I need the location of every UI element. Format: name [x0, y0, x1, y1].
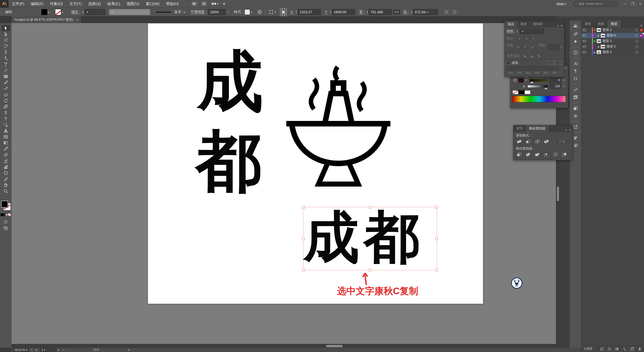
expand-arrow-icon[interactable]: ▼ — [593, 40, 596, 42]
minus-front-button[interactable] — [525, 139, 532, 144]
artwork-char-bottom[interactable]: 都 — [196, 128, 262, 194]
recolor-artwork-icon[interactable] — [257, 10, 262, 15]
graphic-style-swatch[interactable] — [245, 9, 250, 15]
tab-gradient[interactable]: 渐变 — [517, 21, 530, 27]
type-tool[interactable] — [2, 61, 10, 67]
lasso-tool[interactable] — [2, 43, 10, 49]
black-swatch[interactable] — [518, 90, 525, 94]
yellow-slider[interactable] — [530, 79, 548, 82]
zoom-tool[interactable] — [2, 188, 10, 194]
yellow-value[interactable]: 0 — [549, 78, 561, 83]
trim-button[interactable] — [525, 152, 532, 157]
layer-thumbnail-hotpot[interactable] — [596, 50, 601, 54]
height-label[interactable]: 高 : — [403, 10, 409, 14]
curvature-tool[interactable] — [2, 55, 10, 61]
fill-color-swatch[interactable] — [41, 9, 47, 15]
paintbrush-tool[interactable] — [2, 79, 10, 85]
fill-stroke-indicator[interactable] — [1, 201, 11, 210]
target-circle[interactable] — [635, 29, 638, 31]
layer-row-selected[interactable]: ▶ 成都 图层 6 — [581, 33, 644, 38]
expand-arrow-icon[interactable]: ▶ — [597, 46, 600, 48]
document-tab[interactable]: huoguo.ai @ 66.67% (CMYK/GPU 预览) × — [12, 16, 81, 23]
pen-tool[interactable] — [2, 49, 10, 55]
pathfinder-panel-icon[interactable] — [571, 105, 580, 112]
visibility-toggle[interactable] — [581, 34, 588, 37]
collapse-panel-icon[interactable]: » — [557, 24, 559, 27]
status-expand-icon[interactable]: ▶ — [128, 348, 130, 351]
selection-indicator[interactable] — [640, 51, 643, 54]
locate-object-icon[interactable] — [608, 347, 612, 351]
layer-name[interactable]: 图层 3 — [603, 39, 635, 43]
exclude-button[interactable] — [543, 139, 550, 144]
horizontal-scroll-thumb[interactable] — [326, 345, 343, 347]
tab-layers[interactable]: 图层 — [608, 20, 621, 27]
play-action-icon[interactable] — [571, 38, 580, 45]
collect-for-export-icon[interactable] — [600, 347, 604, 351]
lock-toggle[interactable] — [588, 38, 592, 44]
menu-view[interactable]: 视图(V) — [124, 0, 143, 8]
direct-selection-tool[interactable] — [2, 31, 10, 37]
layer-thumbnail[interactable]: 成都 — [600, 33, 605, 38]
perspective-grid-tool[interactable] — [2, 128, 10, 134]
x-stepper[interactable]: ▴▾ — [296, 10, 297, 14]
layer-row[interactable]: ▼ 成都 图层 2 — [581, 27, 644, 33]
handle-top-right[interactable] — [435, 206, 438, 209]
last-artboard-icon[interactable]: ⏭ — [62, 348, 64, 351]
status-back-icon[interactable]: ‹ — [133, 348, 133, 351]
share-icon[interactable]: ➤ — [221, 1, 227, 7]
opacity-field[interactable]: 100% — [208, 9, 226, 15]
selection-indicator[interactable] — [640, 34, 643, 37]
dock-grip[interactable] — [573, 47, 579, 47]
visibility-toggle[interactable] — [581, 46, 588, 48]
lock-toggle[interactable] — [588, 27, 592, 33]
info-panel-icon[interactable] — [571, 49, 580, 56]
dock-grip[interactable] — [573, 132, 579, 133]
stroke-dropdown-icon[interactable] — [61, 10, 63, 14]
workspace-dropdown[interactable]: Web — [553, 0, 570, 8]
crop-button[interactable] — [543, 152, 550, 157]
transform-icon[interactable] — [444, 10, 449, 15]
paragraph-panel-icon[interactable]: ¶ — [571, 67, 580, 75]
new-sublayer-icon[interactable] — [623, 347, 627, 351]
handle-bottom-right[interactable] — [435, 269, 438, 271]
menu-select[interactable]: 选择(S) — [85, 0, 104, 8]
canvas[interactable]: 成 都 成都 — [12, 23, 556, 344]
touch-select-tool[interactable] — [2, 122, 10, 128]
color-fill-proxy[interactable] — [518, 78, 524, 82]
hotpot-icon[interactable] — [284, 60, 392, 190]
swatches-panel-icon[interactable] — [571, 23, 580, 30]
new-layer-icon[interactable] — [630, 347, 634, 351]
delete-layer-icon[interactable] — [638, 347, 642, 351]
zoom-level-dropdown[interactable]: 66.67% — [13, 348, 29, 352]
panel-menu-icon[interactable]: ≡ — [561, 24, 562, 27]
layer-thumbnail[interactable]: 成都 — [600, 45, 605, 49]
outline-button[interactable] — [552, 152, 559, 157]
black-slider[interactable] — [528, 85, 548, 88]
height-field[interactable]: 372.69 px — [413, 9, 438, 15]
artboard-tool[interactable] — [2, 170, 10, 176]
divide-button[interactable] — [516, 152, 522, 157]
close-button[interactable]: × — [636, 0, 644, 8]
gradient-tool[interactable] — [2, 140, 10, 146]
layer-name[interactable]: 图层 5 — [607, 45, 635, 49]
blend-tool[interactable] — [2, 152, 10, 158]
selected-text[interactable]: 成都 — [303, 206, 437, 269]
color-mode-button[interactable] — [1, 213, 4, 216]
tab-pathfinder[interactable]: 路径查找器 — [526, 125, 548, 132]
intersect-button[interactable] — [534, 139, 541, 144]
artwork-char-top[interactable]: 成 — [197, 49, 263, 114]
actions-panel-icon[interactable] — [571, 30, 580, 38]
rectangle-tool[interactable] — [2, 73, 10, 79]
menu-effect[interactable]: 效果(C) — [104, 0, 124, 8]
layer-row[interactable]: ▶ 图层 4 — [581, 50, 644, 55]
stock-button[interactable]: St — [201, 2, 207, 6]
style-dropdown-icon[interactable] — [250, 10, 252, 14]
visibility-toggle[interactable] — [581, 29, 588, 31]
stroke-weight-stepper[interactable]: ▴▾ — [83, 10, 84, 14]
opacity-label[interactable]: 不透明度 : — [190, 10, 207, 14]
white-swatch[interactable] — [525, 90, 531, 94]
next-artboard-icon[interactable]: ▶ — [58, 348, 60, 351]
menu-help[interactable]: 帮助(H) — [163, 0, 182, 8]
tab-stroke[interactable]: 描边 — [505, 21, 517, 27]
layer-thumbnail[interactable]: 成都 — [596, 39, 601, 43]
